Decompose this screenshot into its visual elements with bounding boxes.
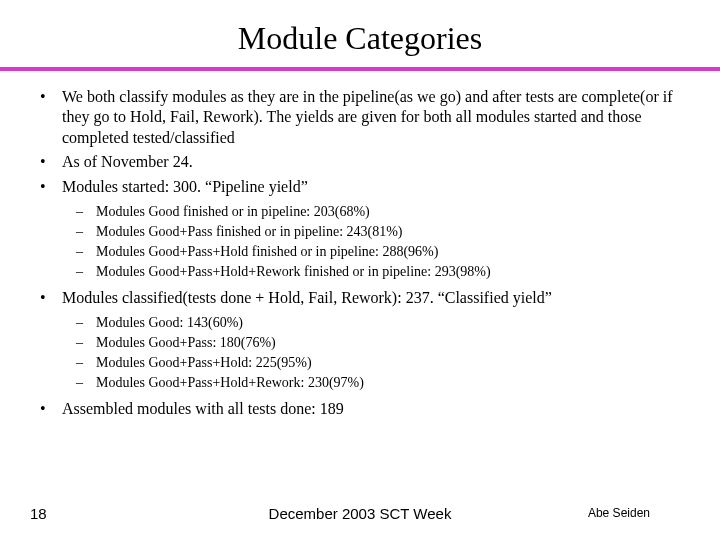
bullet-item: Modules classified(tests done + Hold, Fa… <box>28 288 692 393</box>
bullet-text: Assembled modules with all tests done: 1… <box>62 400 344 417</box>
divider <box>0 67 720 71</box>
bullet-text: Modules started: 300. “Pipeline yield” <box>62 178 308 195</box>
content-area: We both classify modules as they are in … <box>28 87 692 419</box>
sub-item: Modules Good+Pass+Hold+Rework: 230(97%) <box>62 374 692 393</box>
sub-list: Modules Good finished or in pipeline: 20… <box>62 203 692 282</box>
bullet-item: Assembled modules with all tests done: 1… <box>28 399 692 419</box>
bullet-item: Modules started: 300. “Pipeline yield” M… <box>28 177 692 282</box>
sub-text: Modules Good+Pass finished or in pipelin… <box>96 224 403 239</box>
sub-text: Modules Good+Pass+Hold+Rework: 230(97%) <box>96 375 364 390</box>
sub-item: Modules Good+Pass+Hold finished or in pi… <box>62 243 692 262</box>
sub-text: Modules Good: 143(60%) <box>96 315 243 330</box>
sub-item: Modules Good+Pass+Hold: 225(95%) <box>62 354 692 373</box>
sub-list: Modules Good: 143(60%) Modules Good+Pass… <box>62 314 692 393</box>
sub-item: Modules Good finished or in pipeline: 20… <box>62 203 692 222</box>
sub-item: Modules Good+Pass finished or in pipelin… <box>62 223 692 242</box>
sub-item: Modules Good+Pass+Hold+Rework finished o… <box>62 263 692 282</box>
sub-item: Modules Good: 143(60%) <box>62 314 692 333</box>
bullet-item: We both classify modules as they are in … <box>28 87 692 148</box>
bullet-item: As of November 24. <box>28 152 692 172</box>
footer-author: Abe Seiden <box>588 506 650 520</box>
bullet-text: As of November 24. <box>62 153 193 170</box>
bullet-text: Modules classified(tests done + Hold, Fa… <box>62 289 552 306</box>
sub-text: Modules Good+Pass+Hold finished or in pi… <box>96 244 438 259</box>
sub-text: Modules Good+Pass: 180(76%) <box>96 335 276 350</box>
slide: Module Categories We both classify modul… <box>0 0 720 540</box>
bullet-text: We both classify modules as they are in … <box>62 88 673 146</box>
sub-text: Modules Good+Pass+Hold: 225(95%) <box>96 355 312 370</box>
sub-text: Modules Good+Pass+Hold+Rework finished o… <box>96 264 491 279</box>
sub-text: Modules Good finished or in pipeline: 20… <box>96 204 370 219</box>
sub-item: Modules Good+Pass: 180(76%) <box>62 334 692 353</box>
slide-title: Module Categories <box>28 20 692 57</box>
bullet-list: We both classify modules as they are in … <box>28 87 692 419</box>
